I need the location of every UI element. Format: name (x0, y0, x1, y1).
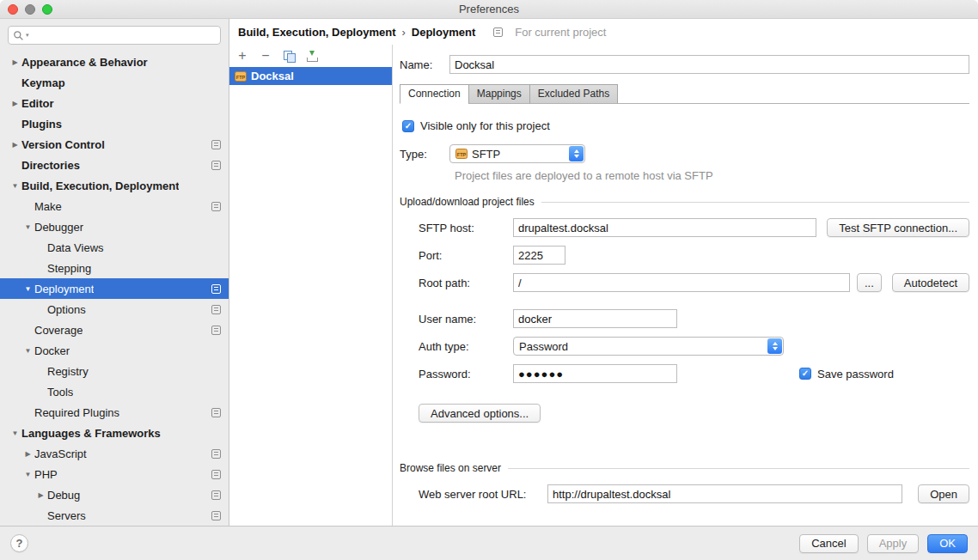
type-select-stepper[interactable] (569, 146, 584, 161)
port-label: Port: (419, 249, 513, 262)
sidebar-item-deployment[interactable]: ▼Deployment (0, 278, 229, 299)
advanced-options-button[interactable]: Advanced options... (419, 404, 541, 423)
test-sftp-connection-button[interactable]: Test SFTP connection... (827, 218, 969, 237)
close-window-button[interactable] (8, 4, 18, 15)
sidebar-item-label: Appearance & Behavior (21, 56, 148, 69)
sidebar-item-build-execution-deployment[interactable]: ▼Build, Execution, Deployment (0, 175, 229, 196)
root-path-label: Root path: (419, 277, 513, 289)
save-password-checkbox[interactable] (799, 368, 811, 380)
project-settings-icon (211, 511, 221, 520)
auth-type-selected-value: Password (519, 340, 568, 353)
sidebar-item-registry[interactable]: Registry (0, 361, 229, 381)
zoom-window-button[interactable] (42, 4, 52, 15)
chevron-down-icon[interactable]: ▼ (21, 223, 34, 231)
sidebar-item-label: Debug (47, 489, 80, 502)
chevron-down-icon[interactable]: ▼ (21, 347, 34, 355)
chevron-right-icon[interactable]: ▶ (9, 100, 21, 107)
sidebar-item-label: Editor (21, 97, 54, 110)
sidebar-item-directories[interactable]: Directories (0, 155, 229, 175)
sidebar-item-label: JavaScript (34, 447, 87, 460)
server-list: FTPDocksal (229, 67, 392, 526)
ok-button[interactable]: OK (927, 534, 968, 553)
remove-server-button[interactable]: − (259, 49, 272, 63)
name-label: Name: (400, 58, 449, 71)
copy-server-button[interactable] (282, 49, 296, 63)
sidebar-item-data-views[interactable]: Data Views (0, 237, 229, 258)
sidebar-item-required-plugins[interactable]: Required Plugins (0, 402, 229, 423)
chevron-down-icon[interactable]: ▼ (21, 471, 34, 478)
auth-type-label: Auth type: (419, 340, 513, 353)
sidebar-item-debugger[interactable]: ▼Debugger (0, 216, 229, 237)
sidebar-item-docker[interactable]: ▼Docker (0, 340, 229, 361)
name-input[interactable] (449, 55, 969, 74)
chevron-right-icon[interactable]: ▶ (21, 450, 34, 458)
chevron-up-icon (574, 149, 579, 153)
sidebar-item-editor[interactable]: ▶Editor (0, 93, 229, 113)
minimize-window-button[interactable] (25, 4, 35, 15)
tab-connection[interactable]: Connection (400, 84, 469, 104)
breadcrumb-segment-build-execution-deployment[interactable]: Build, Execution, Deployment (238, 26, 395, 39)
sidebar-item-servers[interactable]: Servers (0, 505, 229, 526)
sidebar-item-version-control[interactable]: ▶Version Control (0, 134, 229, 155)
upload-section-header: Upload/download project files (400, 196, 969, 208)
root-path-input[interactable] (513, 273, 850, 292)
sidebar-item-appearance-behavior[interactable]: ▶Appearance & Behavior (0, 52, 229, 72)
sidebar-item-keymap[interactable]: Keymap (0, 72, 229, 93)
chevron-down-icon[interactable]: ▼ (9, 182, 21, 190)
visible-only-checkbox[interactable] (402, 120, 414, 132)
project-settings-icon (211, 202, 221, 211)
sidebar-item-label: Keymap (21, 76, 65, 89)
tab-excluded-paths[interactable]: Excluded Paths (529, 84, 618, 104)
sidebar-item-label: Options (47, 303, 86, 316)
open-url-button[interactable]: Open (918, 484, 969, 503)
auth-type-select[interactable]: Password (513, 337, 784, 356)
sidebar-item-debug[interactable]: ▶Debug (0, 484, 229, 505)
type-select[interactable]: FTP SFTP (449, 144, 585, 163)
import-server-button[interactable] (305, 49, 319, 63)
sidebar-item-label: Directories (21, 159, 80, 172)
chevron-down-icon[interactable]: ▼ (9, 429, 21, 437)
chevron-right-icon[interactable]: ▶ (34, 491, 47, 499)
password-input[interactable] (513, 364, 677, 383)
minus-icon: − (261, 49, 269, 63)
settings-search-input[interactable] (31, 27, 216, 43)
server-list-item-docksal[interactable]: FTPDocksal (229, 67, 392, 85)
sidebar-item-coverage[interactable]: Coverage (0, 320, 229, 340)
sidebar-item-stepping[interactable]: Stepping (0, 258, 229, 278)
ftp-server-icon: FTP (235, 71, 247, 82)
sftp-host-input[interactable] (513, 218, 816, 237)
sidebar-item-php[interactable]: ▼PHP (0, 464, 229, 484)
add-server-button[interactable]: + (235, 49, 249, 63)
sidebar-item-label: Tools (47, 386, 73, 399)
chevron-right-icon[interactable]: ▶ (9, 58, 21, 66)
auth-type-select-stepper[interactable] (767, 338, 782, 354)
deployment-form: Name: Connection Mappings Excluded Paths… (393, 45, 978, 526)
tab-mappings[interactable]: Mappings (468, 84, 530, 104)
browse-root-path-button[interactable]: ... (857, 273, 882, 292)
user-name-input[interactable] (513, 309, 677, 328)
save-password-label: Save password (817, 368, 894, 380)
password-label: Password: (419, 368, 513, 380)
chevron-right-icon[interactable]: ▶ (9, 141, 21, 149)
sidebar-item-tools[interactable]: Tools (0, 381, 229, 402)
cancel-button[interactable]: Cancel (799, 534, 858, 553)
sidebar-item-plugins[interactable]: Plugins (0, 113, 229, 134)
project-settings-icon (211, 470, 221, 479)
sidebar-item-languages-frameworks[interactable]: ▼Languages & Frameworks (0, 423, 229, 443)
sidebar-item-make[interactable]: Make (0, 196, 229, 216)
sidebar-item-label: Docker (34, 344, 70, 357)
help-button[interactable]: ? (10, 534, 28, 552)
port-input[interactable] (513, 246, 565, 265)
sftp-icon: FTP (455, 149, 468, 159)
settings-search-box[interactable]: ▾ (8, 26, 221, 45)
project-scope-label: For current project (515, 26, 606, 39)
autodetect-button[interactable]: Autodetect (892, 273, 969, 292)
sidebar-item-javascript[interactable]: ▶JavaScript (0, 443, 229, 464)
chevron-down-icon[interactable]: ▼ (21, 285, 34, 293)
sidebar-item-options[interactable]: Options (0, 299, 229, 320)
chevron-up-icon (773, 342, 778, 345)
sidebar-item-label: Stepping (47, 262, 91, 275)
project-settings-icon (211, 284, 221, 294)
web-server-root-url-input[interactable] (547, 484, 902, 503)
apply-button[interactable]: Apply (867, 534, 920, 553)
